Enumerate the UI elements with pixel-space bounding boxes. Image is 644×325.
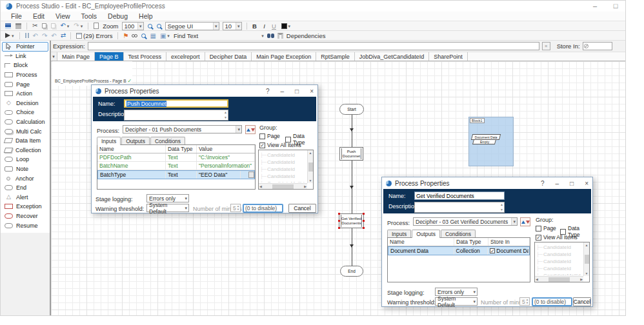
col-name[interactable]: Name [388, 238, 454, 246]
tool-calculation[interactable]: Calculation [2, 117, 48, 127]
menu-tools[interactable]: Tools [81, 12, 97, 20]
scroll-up-icon[interactable]: ▲ [309, 151, 312, 155]
tool-decision[interactable]: ◇Decision [2, 99, 48, 108]
tool-link[interactable]: Link [2, 52, 48, 61]
dialog1-data-item-list[interactable]: CandidateId CandidateId CandidateId Cand… [258, 150, 314, 190]
store-in-checkbox[interactable]: ✓ [490, 248, 495, 253]
table-row-selected[interactable]: BatchType Text "EEO Data" [97, 170, 255, 179]
tab-list-caret[interactable]: ▾ [50, 52, 57, 61]
dialog1-name-input[interactable]: Push Documnet [124, 99, 228, 108]
dialog2-page-checkbox[interactable]: Page [536, 225, 556, 231]
scroll-up-icon[interactable]: ▲ [224, 111, 227, 114]
undo-button[interactable]: ↶▾ [59, 22, 70, 30]
dialog1-page-checkbox[interactable]: Page [259, 133, 280, 139]
copy-button[interactable] [41, 22, 47, 30]
dialog2-cancel-button[interactable]: Cancel [573, 297, 591, 306]
snapshot-button[interactable] [93, 22, 99, 30]
watch-button[interactable] [132, 34, 137, 37]
dialog1-title-bar[interactable]: Process Properties ? – □ × [92, 85, 317, 97]
dialog1-view-process-button[interactable] [245, 125, 256, 134]
dialog1-description-input[interactable]: ▲ ▼ [124, 110, 228, 121]
start-node[interactable]: Start [339, 104, 364, 115]
menu-help[interactable]: Help [139, 12, 153, 20]
dialog1-warning-threshold-select[interactable]: System Default▾ [146, 204, 189, 212]
menu-debug[interactable]: Debug [108, 12, 128, 20]
grid-view-button[interactable]: ▦ [150, 32, 156, 39]
tool-recover[interactable]: Recover [2, 212, 48, 221]
minimize-button[interactable]: – [589, 2, 601, 10]
dependencies-button[interactable]: Dependencies [287, 32, 326, 39]
menu-file[interactable]: File [11, 12, 22, 20]
zoom-in-button[interactable] [147, 22, 153, 30]
tab-jobdiva-getcandidateid[interactable]: JobDiva_GetCandidateId [355, 52, 430, 61]
scroll-right-icon[interactable]: ▶ [580, 277, 583, 281]
redo-button[interactable]: ↷▾ [73, 22, 83, 30]
dialog2-title-bar[interactable]: Process Properties ? – □ × [382, 177, 592, 189]
dialog2-warning-threshold-select[interactable]: System Default▾ [435, 297, 478, 306]
dialog1-minimize-button[interactable]: – [281, 88, 285, 95]
play-button[interactable]: ▾ [5, 32, 15, 40]
dialog2-minimize-button[interactable]: – [556, 180, 559, 187]
grid-options-button[interactable]: ▣▾ [159, 32, 170, 40]
dialog1-close-button[interactable]: × [310, 88, 314, 95]
scroll-left-icon[interactable]: ◀ [259, 184, 262, 188]
scroll-up-icon[interactable]: ▲ [500, 203, 503, 206]
tab-excelreport[interactable]: excelreport [166, 52, 205, 61]
zoom-select[interactable]: 100▾ [122, 22, 144, 30]
scroll-down-icon[interactable]: ▼ [309, 179, 312, 182]
font-size-select[interactable]: 10▾ [223, 22, 242, 30]
tab-test-process[interactable]: Test Process [124, 52, 167, 61]
selection-handle[interactable] [338, 227, 340, 229]
step-over-button[interactable]: ↶ [33, 32, 39, 39]
dialog2-minutes-spinner[interactable]: 5▲▼ [519, 297, 530, 306]
menu-view[interactable]: View [55, 12, 70, 20]
menu-edit[interactable]: Edit [33, 12, 45, 20]
expression-input[interactable] [88, 42, 539, 50]
col-store-in[interactable]: Store In [488, 238, 530, 246]
tool-collection[interactable]: Collection [2, 146, 48, 155]
selection-handle[interactable] [363, 213, 365, 215]
dialog1-ok-button[interactable]: (0 to disable) [243, 204, 283, 213]
italic-button[interactable]: I [261, 23, 268, 30]
tab-main-page-exception[interactable]: Main Page Exception [252, 52, 316, 61]
scroll-left-icon[interactable]: ◀ [536, 277, 538, 281]
dependency-search-button[interactable] [267, 34, 274, 38]
dialog1-help-button[interactable]: ? [266, 88, 270, 95]
tool-data-item[interactable]: Data Item [2, 136, 48, 146]
tool-multi-calc[interactable]: Multi Calc [2, 126, 48, 136]
dialog2-maximize-button[interactable]: □ [570, 180, 574, 187]
spin-down-icon[interactable]: ▼ [526, 302, 528, 304]
dialog2-process-select[interactable]: Decipher - 03 Get Verified Documents ▾ [413, 217, 518, 226]
dialog1-cancel-button[interactable]: Cancel [288, 204, 316, 213]
search-button[interactable] [141, 32, 146, 40]
tool-choice[interactable]: Choice [2, 108, 48, 117]
horizontal-scrollbar[interactable]: ◀▶ [535, 276, 583, 282]
col-data-type[interactable]: Data Type [454, 238, 488, 246]
selection-handle[interactable] [338, 220, 340, 222]
tab-sharepoint[interactable]: SharePoint [429, 52, 468, 61]
reset-button[interactable]: ⇄ [61, 32, 66, 39]
end-node[interactable]: End [340, 266, 363, 277]
scroll-thumb[interactable] [548, 277, 570, 282]
dialog2-view-all-checkbox[interactable]: ✓View All Items [536, 234, 578, 241]
zoom-out-button[interactable] [156, 22, 162, 30]
dialog2-data-item-list[interactable]: CandidateId CandidateId CandidateId Cand… [534, 242, 590, 282]
col-data-type[interactable]: Data Type [166, 145, 197, 153]
scroll-right-icon[interactable]: ▶ [304, 184, 307, 188]
scroll-down-icon[interactable]: ▼ [224, 116, 227, 119]
selection-handle[interactable] [363, 227, 365, 229]
push-documnet-node[interactable]: PushDocumnet [339, 147, 363, 161]
pause-button[interactable] [25, 32, 30, 40]
vertical-scrollbar[interactable]: ▲▼ [307, 150, 313, 183]
scroll-thumb[interactable] [272, 184, 294, 189]
tool-anchor[interactable]: Anchor [2, 173, 48, 183]
col-value[interactable]: Value [197, 145, 255, 153]
save-button[interactable] [5, 22, 12, 30]
font-select[interactable]: Segoe UI▾ [165, 22, 219, 30]
tab-main-page[interactable]: Main Page [57, 52, 95, 61]
horizontal-scrollbar[interactable]: ◀▶ [259, 183, 307, 189]
maximize-button[interactable]: □ [610, 2, 621, 10]
tab-page-b[interactable]: Page B [95, 52, 124, 61]
tab-rptsample[interactable]: RptSample [316, 52, 355, 61]
errors-button[interactable]: (29) Errors [75, 32, 113, 40]
